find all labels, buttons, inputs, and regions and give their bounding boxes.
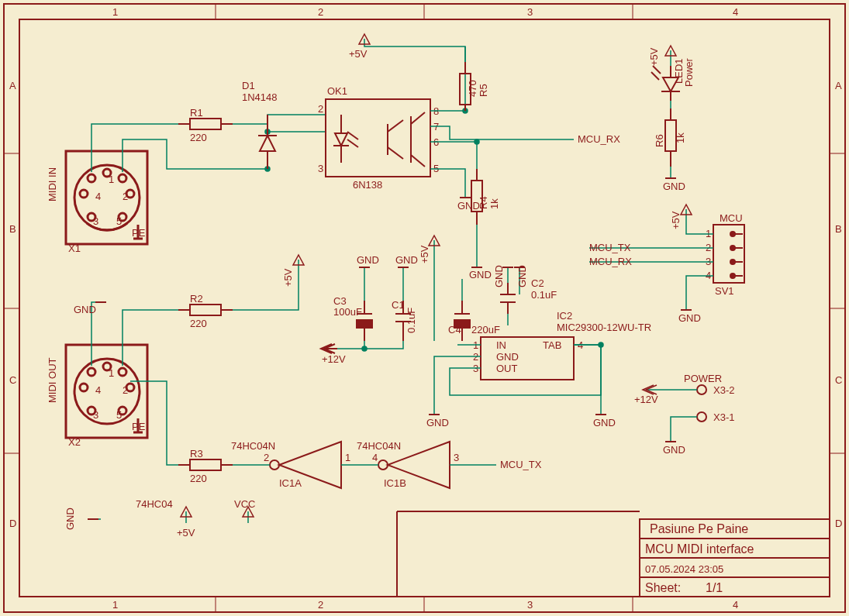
svg-point-18 <box>88 174 95 182</box>
mcu-header <box>713 225 744 283</box>
svg-point-181 <box>362 346 367 351</box>
svg-text:3: 3 <box>93 409 98 421</box>
svg-text:5: 5 <box>116 409 122 421</box>
svg-text:+5V: +5V <box>282 268 294 287</box>
svg-text:1: 1 <box>109 367 114 379</box>
svg-text:OK1: OK1 <box>327 85 347 97</box>
svg-text:220: 220 <box>190 473 207 484</box>
svg-rect-157 <box>357 320 372 328</box>
title-sheet-val: 1/1 <box>706 581 723 594</box>
svg-text:VCC: VCC <box>234 498 255 510</box>
r3 <box>178 459 233 470</box>
svg-text:PE: PE <box>132 421 146 432</box>
r2 <box>178 305 233 315</box>
svg-text:GND: GND <box>493 265 505 287</box>
row-a-r: A <box>835 80 842 91</box>
svg-text:74HC04N: 74HC04N <box>231 440 275 452</box>
title-date: 07.05.2024 23:05 <box>645 563 723 575</box>
d1 <box>258 115 277 169</box>
svg-line-71 <box>411 155 425 167</box>
svg-text:R4: R4 <box>478 196 489 209</box>
svg-line-197 <box>651 72 659 80</box>
svg-text:2: 2 <box>123 191 128 202</box>
svg-text:+5V: +5V <box>419 245 430 263</box>
midi-in-label: MIDI IN <box>47 167 58 201</box>
svg-marker-62 <box>335 133 347 146</box>
svg-line-65 <box>347 139 358 147</box>
svg-text:3: 3 <box>318 163 323 174</box>
svg-text:+5V: +5V <box>177 527 195 539</box>
svg-text:0.1uF: 0.1uF <box>406 308 417 333</box>
svg-text:C1: C1 <box>392 299 405 311</box>
svg-text:+12V: +12V <box>634 394 658 405</box>
svg-text:GND: GND <box>496 351 519 363</box>
svg-line-196 <box>653 66 661 74</box>
svg-point-20 <box>80 190 88 198</box>
svg-text:220: 220 <box>190 132 207 143</box>
col-3-top: 3 <box>527 6 533 18</box>
svg-text:74HC04N: 74HC04N <box>357 440 401 452</box>
power-connector <box>697 385 706 422</box>
svg-text:1N4148: 1N4148 <box>242 91 278 103</box>
svg-text:GND: GND <box>593 417 616 428</box>
row-d-r: D <box>835 518 842 529</box>
svg-text:PE: PE <box>132 227 146 239</box>
svg-text:1: 1 <box>109 174 114 185</box>
svg-text:6N138: 6N138 <box>353 179 382 191</box>
svg-text:IC1A: IC1A <box>279 477 302 489</box>
svg-text:SV1: SV1 <box>715 285 734 297</box>
svg-point-17 <box>119 174 126 182</box>
col-1-bot: 1 <box>112 599 118 611</box>
svg-line-70 <box>411 112 425 124</box>
svg-rect-51 <box>190 119 221 129</box>
svg-rect-110 <box>190 459 221 470</box>
svg-text:4: 4 <box>95 384 101 396</box>
svg-point-96 <box>475 139 479 144</box>
row-c-r: C <box>835 374 842 386</box>
svg-text:GND: GND <box>678 312 701 324</box>
svg-text:+12V: +12V <box>322 353 346 365</box>
row-b-l: B <box>9 223 16 235</box>
svg-text:MCU_TX: MCU_TX <box>500 459 542 470</box>
svg-text:GND: GND <box>74 304 96 315</box>
title-org: Pasiune Pe Paine <box>650 522 748 535</box>
svg-text:MCU: MCU <box>720 212 743 224</box>
svg-text:GND: GND <box>663 444 685 456</box>
svg-text:GND: GND <box>357 254 379 266</box>
svg-text:IC1B: IC1B <box>384 477 406 489</box>
svg-text:C3: C3 <box>333 295 347 307</box>
svg-text:2: 2 <box>264 452 269 463</box>
svg-text:X3-1: X3-1 <box>713 411 734 423</box>
svg-text:GND: GND <box>395 254 418 266</box>
svg-point-228 <box>697 385 706 394</box>
svg-line-68 <box>388 147 403 159</box>
svg-text:+5V: +5V <box>648 47 660 66</box>
svg-text:OUT: OUT <box>496 363 518 374</box>
svg-text:C2: C2 <box>531 277 544 289</box>
col-2-top: 2 <box>318 6 323 18</box>
svg-text:1k: 1k <box>488 198 500 209</box>
svg-text:Power: Power <box>683 57 695 87</box>
svg-text:220: 220 <box>190 318 207 329</box>
svg-text:3: 3 <box>93 215 98 227</box>
svg-text:R2: R2 <box>190 293 203 305</box>
svg-text:1k: 1k <box>675 132 686 143</box>
svg-text:MCU_TX: MCU_TX <box>589 242 631 253</box>
svg-text:IC2: IC2 <box>557 310 572 322</box>
svg-text:X3-2: X3-2 <box>713 384 734 396</box>
row-a-l: A <box>9 80 16 91</box>
svg-text:GND: GND <box>64 508 76 530</box>
svg-text:R5: R5 <box>478 84 489 97</box>
svg-text:GND: GND <box>426 417 449 428</box>
svg-text:GND: GND <box>469 269 492 280</box>
svg-text:220uF: 220uF <box>471 324 500 336</box>
svg-point-37 <box>80 384 88 391</box>
svg-text:1: 1 <box>345 452 350 463</box>
svg-line-67 <box>388 120 403 132</box>
svg-point-152 <box>599 342 603 347</box>
midi-out-label: MIDI OUT <box>47 357 58 403</box>
col-2-bot: 2 <box>318 599 323 611</box>
title-name: MCU MIDI interface <box>645 542 754 556</box>
svg-text:4: 4 <box>372 452 378 463</box>
svg-point-229 <box>697 412 706 422</box>
